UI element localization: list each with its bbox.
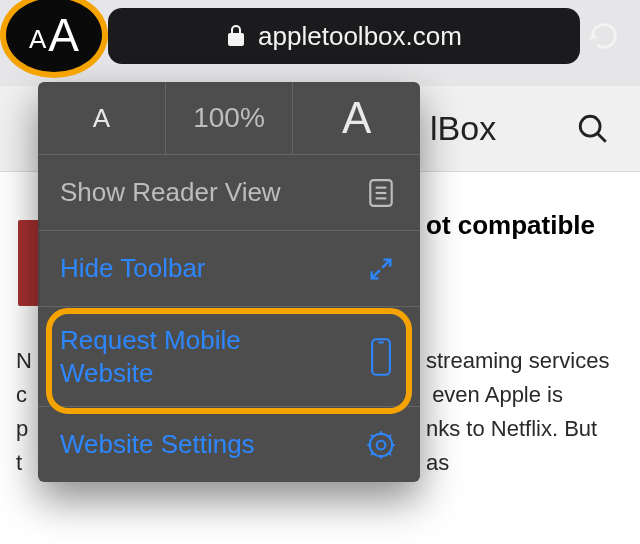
website-settings[interactable]: Website Settings xyxy=(38,406,420,482)
svg-point-9 xyxy=(377,440,386,449)
expand-icon xyxy=(364,255,398,283)
show-reader-view[interactable]: Show Reader View xyxy=(38,154,420,230)
zoom-out-button[interactable]: A xyxy=(38,82,166,154)
svg-line-15 xyxy=(389,452,392,455)
svg-line-14 xyxy=(371,435,374,438)
article-thumbnail xyxy=(18,220,40,306)
reader-icon xyxy=(364,178,398,208)
svg-line-1 xyxy=(597,133,606,142)
aa-big-icon: A xyxy=(48,8,79,62)
zoom-in-button[interactable]: A xyxy=(293,82,420,154)
lock-icon xyxy=(226,24,246,48)
text-size-menu: A 100% A Show Reader View Hide Toolbar R… xyxy=(38,82,420,482)
address-bar[interactable]: appletoolbox.com xyxy=(108,8,580,64)
svg-point-0 xyxy=(580,116,600,136)
menu-label: Hide Toolbar xyxy=(60,253,206,284)
menu-label: Website Settings xyxy=(60,429,255,460)
headline-fragment: ot compatible xyxy=(426,210,595,241)
zoom-level: 100% xyxy=(166,82,294,154)
gear-icon xyxy=(364,430,398,460)
refresh-button[interactable] xyxy=(582,10,626,62)
svg-line-16 xyxy=(371,452,374,455)
paragraph-fragment: streaming services even Apple is nks to … xyxy=(426,344,618,480)
site-title-fragment: lBox xyxy=(430,109,496,148)
request-mobile-website[interactable]: Request Mobile Website xyxy=(38,306,420,406)
svg-rect-6 xyxy=(372,339,390,374)
menu-label: Request Mobile Website xyxy=(60,324,320,389)
menu-label: Show Reader View xyxy=(60,177,281,208)
address-bar-domain: appletoolbox.com xyxy=(258,21,462,52)
phone-icon xyxy=(364,338,398,376)
svg-line-17 xyxy=(389,435,392,438)
hide-toolbar[interactable]: Hide Toolbar xyxy=(38,230,420,306)
text-size-button[interactable]: A A xyxy=(0,0,108,78)
aa-small-icon: A xyxy=(29,24,46,55)
search-icon[interactable] xyxy=(576,112,610,146)
